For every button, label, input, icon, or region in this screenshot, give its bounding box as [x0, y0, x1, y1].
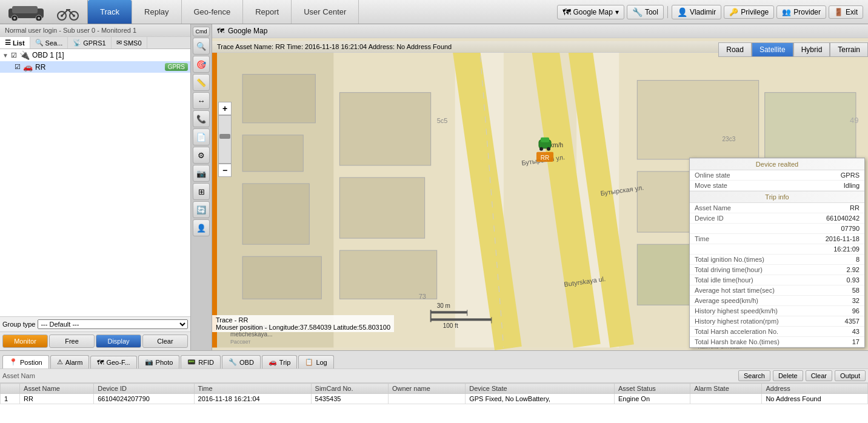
popup-row-avg-speed: Average speed(km/h) 32: [690, 296, 864, 306]
root-checkbox[interactable]: ☑: [11, 52, 17, 59]
bottom-tab-photo[interactable]: 📷 Photo: [138, 355, 180, 368]
zoom-handle[interactable]: [219, 134, 230, 139]
bottom-tab-alarm[interactable]: ⚠ Alarm: [50, 355, 90, 368]
privilege-button[interactable]: 🔑 Privilege: [724, 5, 774, 19]
svg-text:RR: RR: [541, 155, 549, 161]
sms0-icon: ✉: [116, 39, 122, 47]
table-row[interactable]: 1 RR 66104024207790 2016-11-18 16:21:04 …: [1, 394, 868, 404]
nav-divider-1: [667, 6, 668, 18]
tree-child-rr[interactable]: ☑ 🚗 RR GPRS: [0, 61, 190, 73]
dropdown-icon: ▾: [615, 8, 619, 16]
bottom-tab-obd[interactable]: 🔧 OBD: [222, 355, 261, 368]
exit-button[interactable]: 🚪 Exit: [829, 5, 863, 19]
svg-rect-66: [431, 311, 467, 313]
asset-name-toolbar-label: Asset Nam: [2, 372, 35, 379]
tab-report[interactable]: Report: [243, 0, 292, 24]
popup-row-hot-start: Average hot start time(sec) 58: [690, 285, 864, 296]
group-type-select[interactable]: --- Default ---: [38, 319, 188, 329]
bottom-tab-log[interactable]: 📋 Log: [298, 355, 333, 368]
device-tabs: ☰ List 🔍 Sea... 📡 GPRS1 ✉ SMS0: [0, 37, 190, 49]
map-zoom-controls: + −: [218, 102, 232, 177]
user-button[interactable]: 👤 Vladimir: [672, 5, 721, 19]
bottom-tab-trip[interactable]: 🚗 Trip: [262, 355, 298, 368]
ruler-btn[interactable]: 📏: [193, 74, 210, 91]
zoom-slider[interactable]: [218, 115, 232, 164]
rr-checkbox[interactable]: ☑: [15, 63, 21, 71]
popup-row-driving-time: Total driving time(hour) 2.92: [690, 265, 864, 275]
svg-text:100 ft: 100 ft: [443, 322, 458, 329]
svg-rect-27: [339, 250, 436, 299]
note-btn[interactable]: 📄: [193, 128, 210, 145]
tool-button[interactable]: 🔧 Tool: [627, 5, 664, 19]
settings-btn[interactable]: ⚙: [193, 147, 210, 164]
alarm-icon: ⚠: [57, 358, 63, 366]
map-header-icon: 🗺: [217, 27, 224, 35]
svg-rect-23: [242, 184, 309, 244]
device-tab-sms0[interactable]: ✉ SMS0: [112, 37, 147, 48]
device-tree: ▼ ☑ 🔌 OBD 1 [1] ☑ 🚗 RR GPRS: [0, 49, 190, 316]
zoom-out-button[interactable]: −: [218, 164, 232, 177]
monitor-button[interactable]: Monitor: [2, 335, 48, 348]
svg-line-10: [62, 10, 68, 16]
refresh-btn[interactable]: 🔄: [193, 201, 210, 218]
svg-text:49: 49: [850, 116, 858, 125]
display-button[interactable]: Display: [96, 335, 141, 348]
popup-row-highest-speed: History highest speed(km/h) 96: [690, 306, 864, 316]
tab-replay[interactable]: Replay: [132, 0, 181, 24]
svg-point-4: [13, 17, 16, 19]
svg-rect-21: [242, 75, 315, 123]
svg-rect-32: [212, 44, 217, 348]
photo-icon: 📷: [145, 358, 153, 366]
target-btn[interactable]: 🎯: [193, 56, 210, 73]
col-device-id: Device ID: [94, 384, 194, 394]
zoom-in-btn[interactable]: 🔍: [193, 38, 210, 55]
data-table-area: Asset Nam Search Delete Clear Output Ass…: [0, 368, 868, 423]
svg-rect-28: [637, 81, 758, 159]
col-asset-name: Asset Name: [20, 384, 94, 394]
log-icon: 📋: [305, 358, 313, 366]
tab-usercenter[interactable]: User Center: [292, 0, 359, 24]
bottom-tab-geofence[interactable]: 🗺 Geo-F...: [90, 356, 136, 368]
cell-time: 2016-11-18 16:21:04: [194, 394, 311, 404]
bottom-tab-position[interactable]: 📍 Postion: [2, 355, 49, 368]
svg-rect-26: [339, 178, 424, 238]
privilege-icon: 🔑: [729, 8, 738, 16]
delete-button[interactable]: Delete: [773, 370, 803, 381]
phone-btn[interactable]: 📞: [193, 110, 210, 127]
clear-button[interactable]: Clear: [142, 335, 188, 348]
map-type-satellite[interactable]: Satellite: [752, 42, 793, 57]
search-button[interactable]: Search: [738, 370, 770, 381]
svg-rect-25: [339, 93, 430, 165]
tab-track[interactable]: Track: [88, 0, 132, 24]
tree-root[interactable]: ▼ ☑ 🔌 OBD 1 [1]: [0, 49, 190, 61]
middle-toolbar: Cmd 🔍 🎯 📏 ↔ 📞 📄 ⚙ 📷 ⊞ 🔄 👤: [191, 24, 212, 350]
map-area[interactable]: 🗺 Google Map Trace Asset Name: RR Time: …: [212, 24, 868, 350]
grid-btn[interactable]: ⊞: [193, 183, 210, 200]
car-icon: 🚗: [23, 62, 33, 72]
geofence-icon: 🗺: [97, 359, 104, 366]
device-tab-search[interactable]: 🔍 Sea...: [30, 37, 68, 48]
tab-geofence[interactable]: Geo-fence: [182, 0, 244, 24]
svg-text:5с5: 5с5: [437, 117, 448, 124]
map-type-terrain[interactable]: Terrain: [830, 42, 868, 57]
bottom-tab-rfid[interactable]: 📟 RFID: [181, 355, 221, 368]
arrow-btn[interactable]: ↔: [193, 92, 210, 109]
clear-table-button[interactable]: Clear: [806, 370, 832, 381]
person-btn[interactable]: 👤: [193, 219, 210, 236]
cell-asset-status: Engine On: [615, 394, 690, 404]
obd-icon: 🔌: [19, 50, 30, 60]
provider-button[interactable]: 👥 Provider: [776, 5, 826, 19]
zoom-in-button[interactable]: +: [218, 102, 232, 115]
free-button[interactable]: Free: [49, 335, 95, 348]
device-tab-list[interactable]: ☰ List: [0, 37, 30, 48]
popup-row-online: Online state GPRS: [690, 170, 864, 181]
output-button[interactable]: Output: [835, 370, 866, 381]
map-type-road[interactable]: Road: [718, 42, 752, 57]
col-address: Address: [762, 384, 868, 394]
google-map-button[interactable]: 🗺 Google Map ▾: [557, 5, 624, 19]
app-logo: [0, 0, 88, 24]
action-buttons: Monitor Free Display Clear: [0, 331, 190, 350]
map-type-hybrid[interactable]: Hybrid: [793, 42, 830, 57]
device-tab-gprs1[interactable]: 📡 GPRS1: [68, 37, 111, 48]
camera-btn[interactable]: 📷: [193, 165, 210, 182]
